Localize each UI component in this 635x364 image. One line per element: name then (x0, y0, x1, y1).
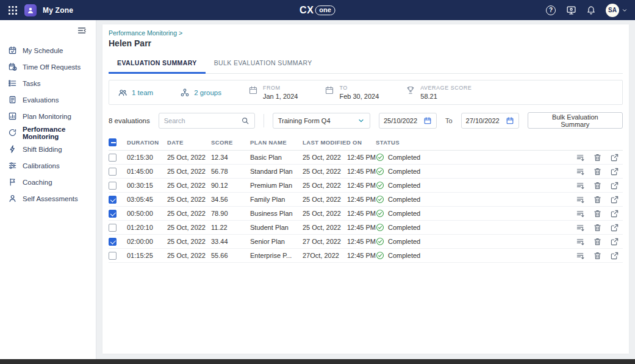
form-filter-select[interactable]: Training Form Q4 (273, 113, 370, 129)
bottom-strip (0, 359, 635, 364)
search-input[interactable] (164, 117, 237, 124)
cell-last-modified: 27 Oct, 2022 12:45 PM (303, 238, 376, 245)
cell-score: 78.90 (211, 210, 250, 217)
help-button[interactable]: ? (545, 5, 556, 16)
table-row-8[interactable]: 01:15:25 25 Oct, 2022 55.66 Enterprise P… (109, 249, 623, 263)
add-to-list-button[interactable] (576, 251, 585, 260)
sidebar-item-performance-monitoring[interactable]: Performance Monitoring (0, 124, 96, 141)
sidebar-item-evaluations[interactable]: Evaluations (0, 91, 96, 108)
col-last-modified: LAST MODIFIED ON (303, 139, 376, 146)
row-checkbox[interactable] (109, 154, 117, 162)
check-circle-icon (376, 167, 384, 176)
add-to-list-button[interactable] (576, 209, 585, 218)
cell-last-modified: 27Oct, 2022 12:45 PM (303, 252, 376, 259)
sidebar-item-coaching[interactable]: Coaching (0, 174, 96, 190)
table-row-3[interactable]: 00:30:15 25 Oct, 2022 90.12 Premium Plan… (109, 179, 623, 193)
add-to-list-button[interactable] (576, 195, 585, 204)
cell-duration: 01:45:00 (127, 168, 167, 175)
add-to-list-button[interactable] (576, 223, 585, 232)
cell-date: 25 Oct, 2022 (167, 252, 211, 259)
delete-button[interactable] (593, 237, 602, 246)
add-to-list-button[interactable] (576, 181, 585, 190)
check-circle-icon (376, 209, 384, 218)
sidebar-item-plan-monitoring[interactable]: Plan Monitoring (0, 108, 96, 124)
table-row-6[interactable]: 01:20:10 25 Oct, 2022 11.22 Student Plan… (109, 221, 623, 235)
date-from-input[interactable]: 25/10/2022 (379, 113, 437, 129)
apps-grid-icon (9, 6, 17, 15)
row-checkbox[interactable] (109, 168, 117, 176)
my-zone-app-icon[interactable] (24, 4, 37, 16)
open-in-new-button[interactable] (610, 195, 619, 204)
cell-score: 34.56 (211, 196, 250, 203)
groups-icon (180, 88, 190, 98)
open-in-new-button[interactable] (610, 209, 619, 218)
bulk-evaluation-summary-button[interactable]: Bulk Evaluation Summary (528, 112, 623, 129)
col-duration: DURATION (127, 139, 167, 146)
delete-button[interactable] (593, 223, 602, 232)
delete-button[interactable] (593, 167, 602, 176)
status-badge: Completed (376, 153, 567, 162)
add-to-list-button[interactable] (576, 237, 585, 246)
table-row-1[interactable]: 02:15:30 25 Oct, 2022 12.34 Basic Plan 2… (109, 151, 623, 165)
table-row-5[interactable]: 00:50:00 25 Oct, 2022 78.90 Business Pla… (109, 207, 623, 221)
sidebar-item-tasks[interactable]: Tasks (0, 75, 96, 91)
user-menu-button[interactable]: SA (606, 5, 628, 16)
open-in-new-button[interactable] (610, 167, 619, 176)
search-icon[interactable] (241, 116, 249, 125)
sidebar-item-time-off-requests[interactable]: Time Off Requests (0, 59, 96, 75)
select-all-checkbox[interactable] (109, 138, 117, 146)
tab-evaluation-summary[interactable]: EVALUATION SUMMARY (109, 54, 206, 74)
sidebar-item-my-schedule[interactable]: My Schedule (0, 42, 96, 59)
app-switcher-button[interactable] (7, 5, 18, 16)
row-checkbox[interactable] (109, 182, 117, 190)
topbar: My Zone CX one ? SA (0, 0, 635, 20)
table-row-7[interactable]: 02:00:00 25 Oct, 2022 33.44 Senior Plan … (109, 235, 623, 249)
agent-console-button[interactable] (565, 5, 576, 16)
sidebar-item-shift-bidding[interactable]: Shift Bidding (0, 141, 96, 157)
delete-button[interactable] (593, 209, 602, 218)
delete-button[interactable] (593, 251, 602, 260)
open-in-new-button[interactable] (610, 223, 619, 232)
open-in-new-button[interactable] (610, 181, 619, 190)
calendar-icon (506, 116, 514, 125)
bell-icon (586, 5, 596, 15)
search-box (159, 113, 255, 129)
table-row-4[interactable]: 03:05:45 25 Oct, 2022 34.56 Family Plan … (109, 193, 623, 207)
sidebar-nav: My Schedule Time Off Requests Tasks Eval… (0, 42, 96, 207)
row-checkbox[interactable] (109, 210, 117, 218)
add-to-list-button[interactable] (576, 153, 585, 162)
monitor-icon (566, 5, 576, 15)
groups-link[interactable]: 2 groups (180, 88, 221, 98)
cell-duration: 00:50:00 (127, 210, 167, 217)
table-row-2[interactable]: 01:45:00 25 Oct, 2022 56.78 Standard Pla… (109, 165, 623, 179)
summary-to: TO Feb 30, 2024 (325, 85, 379, 100)
plan-monitoring-icon (8, 112, 17, 121)
content-card: Performance Monitoring > Helen Parr EVAL… (102, 24, 629, 354)
row-checkbox[interactable] (109, 238, 117, 246)
cell-score: 11.22 (211, 224, 250, 231)
sidebar-item-self-assessments[interactable]: Self Assessments (0, 190, 96, 207)
cell-duration: 01:15:25 (127, 252, 167, 259)
notifications-button[interactable] (586, 5, 597, 16)
row-checkbox[interactable] (109, 196, 117, 204)
status-badge: Completed (376, 251, 567, 260)
sidebar-item-calibrations[interactable]: Calibrations (0, 157, 96, 174)
breadcrumb[interactable]: Performance Monitoring > (109, 29, 623, 37)
delete-button[interactable] (593, 153, 602, 162)
add-to-list-button[interactable] (576, 167, 585, 176)
open-in-new-button[interactable] (610, 237, 619, 246)
delete-button[interactable] (593, 195, 602, 204)
open-in-new-button[interactable] (610, 153, 619, 162)
cell-duration: 02:00:00 (127, 238, 167, 245)
tab-bulk-evaluation-summary[interactable]: BULK EVALUATION SUMMARY (206, 54, 321, 73)
cell-last-modified: 25 Oct, 2022 12:45 PM (303, 154, 376, 161)
cell-score: 55.66 (211, 252, 250, 259)
row-checkbox[interactable] (109, 252, 117, 260)
delete-button[interactable] (593, 181, 602, 190)
status-badge: Completed (376, 209, 567, 218)
team-link[interactable]: 1 team (118, 88, 153, 98)
open-in-new-button[interactable] (610, 251, 619, 260)
date-to-input[interactable]: 27/10/2022 (461, 113, 519, 129)
row-checkbox[interactable] (109, 224, 117, 232)
sidebar-collapse-button[interactable] (76, 25, 87, 36)
